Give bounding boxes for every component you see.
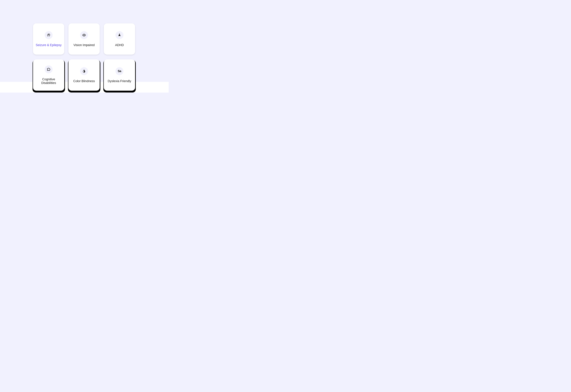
svg-point-1 [83,35,85,36]
brain-gear-icon [47,33,51,37]
sa-icon: Sa [118,69,121,73]
icon-circle [80,31,88,39]
meditate-icon [118,33,121,37]
profile-card-vision-impaired[interactable]: Vision Impaired [68,23,100,55]
svg-point-2 [119,34,120,34]
card-label: ADHD [115,43,124,47]
card-label: Color Blindness [73,79,95,83]
icon-circle [45,31,53,39]
contrast-drop-icon [82,69,86,73]
profile-card-seizure-epilepsy[interactable]: Seizure & Epilepsy [33,23,64,55]
card-label: Vision Impaired [74,43,95,47]
card-label: Cognitive Disabilities [35,77,62,85]
profile-card-color-blindness[interactable]: Color Blindness [68,59,100,91]
sa-icon-text: Sa [118,69,121,73]
card-label: Seizure & Epilepsy [36,43,62,47]
icon-circle [80,67,88,75]
icon-circle [45,65,53,73]
icon-circle: Sa [116,67,123,75]
card-label: Dyslexia Friendly [108,79,131,83]
profile-card-adhd[interactable]: ADHD [104,23,135,55]
profile-card-dyslexia-friendly[interactable]: Sa Dyslexia Friendly [104,59,135,91]
icon-circle [116,31,123,39]
profile-card-cognitive-disabilities[interactable]: Cognitive Disabilities [33,59,64,91]
accessibility-profile-grid: Seizure & Epilepsy Vision Impaired [33,23,135,91]
eye-icon [82,33,86,37]
puzzle-icon [47,67,51,71]
